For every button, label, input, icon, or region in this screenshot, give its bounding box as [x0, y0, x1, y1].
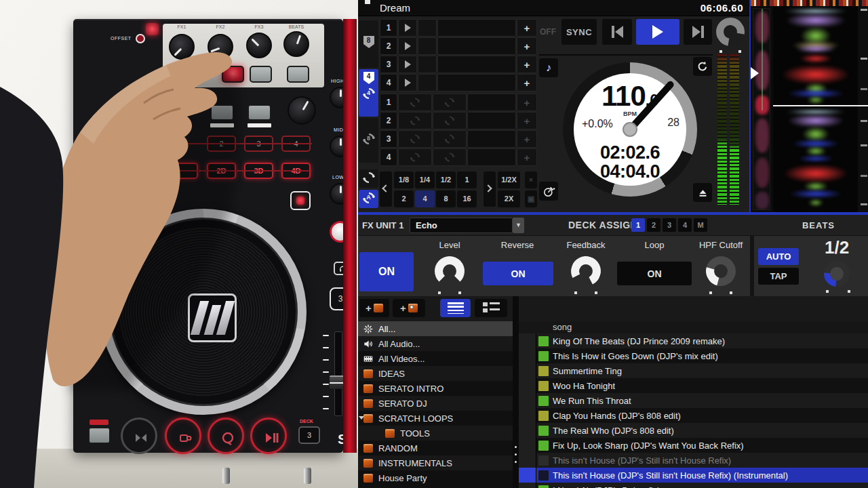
tab-loops[interactable]: 8: [359, 118, 378, 163]
add-smart-crate-button[interactable]: +: [393, 299, 425, 317]
crate-row[interactable]: All Videos...: [358, 351, 513, 366]
beats-knob[interactable]: [818, 256, 855, 292]
eject-button[interactable]: [693, 183, 712, 202]
cue-play-button[interactable]: [398, 19, 417, 37]
song-row[interactable]: Summertime Ting: [519, 363, 868, 378]
sync-button[interactable]: SYNC: [561, 19, 597, 45]
detail-view-button[interactable]: [475, 299, 507, 317]
loop-name-slot[interactable]: [467, 112, 516, 129]
loop-play-button[interactable]: [398, 112, 432, 129]
add-crate-button[interactable]: +: [359, 299, 389, 317]
crate-row[interactable]: SERATO INTRO: [358, 381, 513, 396]
loop-double-button[interactable]: 2X: [498, 190, 520, 207]
loop-play-button[interactable]: [398, 130, 432, 148]
sync-off-label[interactable]: OFF: [540, 27, 556, 37]
add-cue-button[interactable]: +: [517, 56, 537, 73]
loop-size-button[interactable]: 4: [415, 190, 435, 207]
cue-name-slot[interactable]: [437, 37, 516, 55]
loop-size-button[interactable]: 8: [436, 190, 456, 207]
deck-assign-M-button[interactable]: M: [694, 218, 707, 232]
deck-assign-3-button[interactable]: 3: [663, 218, 676, 232]
crate-row[interactable]: INSTRUMENTALS: [358, 455, 513, 470]
fx-loop-on-button[interactable]: ON: [617, 262, 692, 285]
loop-size-button[interactable]: 1/4: [415, 171, 435, 188]
fx-effect-dropdown[interactable]: Echo: [410, 218, 513, 233]
loop-bank-prev-button[interactable]: [380, 171, 392, 207]
cue-name-slot[interactable]: [437, 56, 516, 73]
deck-assign-1-button[interactable]: 1: [631, 218, 645, 232]
deck-assign-4-button[interactable]: 4: [678, 218, 692, 232]
song-row[interactable]: This Is How it Goes Down (DJP's mix edit…: [519, 348, 868, 363]
song-overview-column[interactable]: [753, 8, 770, 210]
deck-assign-2-button[interactable]: 2: [647, 218, 660, 232]
loop-size-button[interactable]: 1/8: [394, 171, 414, 188]
crate-row[interactable]: SERATO DJ: [358, 396, 513, 411]
cue-play-button[interactable]: [398, 56, 417, 73]
beats-auto-button[interactable]: AUTO: [758, 248, 799, 265]
cue-slot[interactable]: [418, 56, 437, 73]
loop-retrigger-button[interactable]: [433, 94, 467, 111]
cue-name-slot[interactable]: [437, 19, 516, 37]
loop-name-slot[interactable]: [467, 148, 516, 166]
expand-caret-icon[interactable]: [359, 416, 364, 420]
song-row[interactable]: The Real Who (DJP's 808 edit): [519, 423, 868, 438]
list-view-button-active[interactable]: [440, 299, 471, 317]
song-row[interactable]: Clap You Hands (DJP's 808 edit): [519, 408, 868, 423]
beatgrid-edit-button[interactable]: [539, 182, 558, 201]
tab-cues-loops-active[interactable]: 4 4: [359, 69, 378, 117]
song-row[interactable]: Fix Up, Look Sharp (DJP's Want You Back …: [519, 438, 868, 453]
loop-half-button[interactable]: 1/2X: [498, 171, 520, 188]
add-loop-button[interactable]: +: [517, 148, 537, 166]
song-row[interactable]: I Need Air (DJP's Dub refix): [519, 483, 868, 488]
song-row[interactable]: This isn't House (DJP's Still isn't Hous…: [519, 453, 868, 468]
crate-row[interactable]: All...: [358, 321, 513, 336]
loop-retrigger-button[interactable]: [433, 130, 467, 148]
crate-row[interactable]: SCRATCH LOOPS: [358, 411, 513, 426]
add-loop-button[interactable]: +: [517, 130, 537, 148]
song-row[interactable]: This isn't House (DJP's Still isn't Hous…: [519, 468, 868, 483]
crate-row[interactable]: IDEAS: [358, 366, 513, 381]
loop-name-slot[interactable]: [467, 94, 516, 111]
crate-row[interactable]: House Party: [358, 470, 513, 485]
manual-loop-button[interactable]: [359, 169, 378, 188]
spectral-waveform[interactable]: [773, 6, 858, 215]
loop-size-button[interactable]: 16: [457, 190, 477, 207]
loop-size-button[interactable]: 2: [394, 190, 414, 207]
song-column-header[interactable]: song: [519, 321, 868, 333]
add-loop-button[interactable]: +: [517, 94, 537, 111]
loop-size-button[interactable]: 1/2: [436, 171, 456, 188]
cue-slot[interactable]: [418, 37, 437, 55]
song-row[interactable]: Woo Ha Tonight: [519, 378, 868, 393]
fx-reverse-on-button[interactable]: ON: [483, 262, 553, 285]
cue-play-button[interactable]: [398, 74, 417, 92]
add-cue-button[interactable]: +: [517, 37, 537, 55]
song-row[interactable]: King Of The Beats (DJ Prince 2009 remake…: [519, 333, 868, 348]
loop-clear-button[interactable]: ×: [525, 171, 537, 188]
add-loop-button[interactable]: +: [517, 112, 537, 129]
loop-retrigger-button[interactable]: [433, 112, 467, 129]
fx-level-knob[interactable]: [435, 256, 465, 286]
auto-loop-button[interactable]: A: [359, 190, 378, 208]
cue-slot[interactable]: [418, 19, 437, 37]
previous-button[interactable]: [602, 19, 632, 45]
repeat-button[interactable]: [693, 57, 712, 76]
fx-hpf-cutoff-knob[interactable]: [701, 251, 741, 291]
beats-tap-button[interactable]: TAP: [758, 268, 799, 285]
crate-row[interactable]: TOOLS: [358, 426, 513, 441]
fx-feedback-knob[interactable]: [567, 252, 604, 289]
cue-play-button[interactable]: [398, 37, 417, 55]
cue-slot[interactable]: [418, 74, 437, 92]
cue-name-slot[interactable]: [437, 74, 516, 92]
crate-row[interactable]: RANDOM: [358, 441, 513, 455]
add-cue-button[interactable]: +: [517, 19, 537, 37]
loop-name-slot[interactable]: [467, 130, 516, 148]
song-row[interactable]: We Run This Throat: [519, 393, 868, 408]
library-divider[interactable]: [513, 296, 519, 488]
loop-save-button[interactable]: ▣: [525, 190, 537, 207]
loop-play-button[interactable]: [398, 148, 432, 166]
beatgrid-note-button[interactable]: ♪: [539, 58, 558, 77]
loop-size-button[interactable]: 1: [457, 171, 477, 188]
tab-cues[interactable]: 8: [359, 20, 378, 68]
crate-row[interactable]: All Audio...: [358, 336, 513, 351]
loop-retrigger-button[interactable]: [433, 148, 467, 166]
